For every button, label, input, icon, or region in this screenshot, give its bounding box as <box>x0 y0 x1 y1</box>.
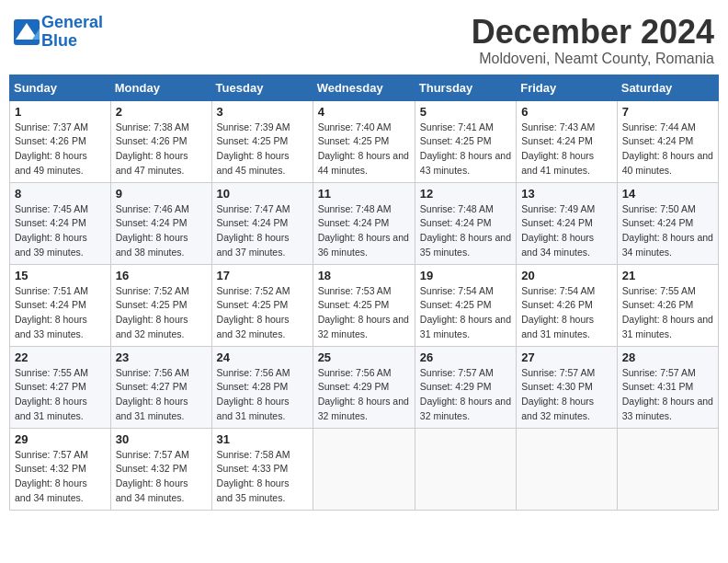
weekday-header-thursday: Thursday <box>415 75 516 100</box>
calendar-cell: 6Sunrise: 7:43 AMSunset: 4:24 PMDaylight… <box>517 100 618 182</box>
calendar-cell: 3Sunrise: 7:39 AMSunset: 4:25 PMDaylight… <box>211 100 313 182</box>
day-info: Sunrise: 7:45 AMSunset: 4:24 PMDaylight:… <box>15 202 106 260</box>
day-number: 4 <box>318 105 410 119</box>
day-number: 19 <box>420 269 511 282</box>
calendar-cell: 31Sunrise: 7:58 AMSunset: 4:33 PMDayligh… <box>211 428 313 510</box>
calendar-cell: 28Sunrise: 7:57 AMSunset: 4:31 PMDayligh… <box>617 346 718 428</box>
day-number: 14 <box>622 187 713 201</box>
calendar-cell: 30Sunrise: 7:57 AMSunset: 4:32 PMDayligh… <box>110 428 211 510</box>
day-info: Sunrise: 7:46 AMSunset: 4:24 PMDaylight:… <box>116 202 207 260</box>
month-year-title: December 2024 <box>472 14 714 51</box>
calendar-cell <box>517 428 618 510</box>
weekday-header-tuesday: Tuesday <box>211 75 313 100</box>
day-number: 18 <box>318 269 410 282</box>
day-number: 21 <box>622 269 713 282</box>
day-number: 3 <box>217 105 308 119</box>
day-number: 9 <box>116 187 207 201</box>
day-info: Sunrise: 7:52 AMSunset: 4:25 PMDaylight:… <box>116 284 207 342</box>
calendar-week-row: 15Sunrise: 7:51 AMSunset: 4:24 PMDayligh… <box>10 264 719 346</box>
day-info: Sunrise: 7:47 AMSunset: 4:24 PMDaylight:… <box>217 202 308 260</box>
day-info: Sunrise: 7:56 AMSunset: 4:27 PMDaylight:… <box>116 366 207 424</box>
calendar-cell: 11Sunrise: 7:48 AMSunset: 4:24 PMDayligh… <box>313 182 415 264</box>
calendar-cell: 26Sunrise: 7:57 AMSunset: 4:29 PMDayligh… <box>415 346 516 428</box>
calendar-week-row: 8Sunrise: 7:45 AMSunset: 4:24 PMDaylight… <box>10 182 719 264</box>
day-number: 23 <box>116 350 207 364</box>
logo-icon <box>14 19 40 45</box>
day-number: 5 <box>420 105 511 119</box>
day-number: 11 <box>318 187 410 201</box>
calendar-cell <box>313 428 415 510</box>
calendar-cell: 20Sunrise: 7:54 AMSunset: 4:26 PMDayligh… <box>517 264 618 346</box>
day-info: Sunrise: 7:57 AMSunset: 4:32 PMDaylight:… <box>15 448 106 506</box>
calendar-cell: 8Sunrise: 7:45 AMSunset: 4:24 PMDaylight… <box>10 182 111 264</box>
logo-text: General Blue <box>41 14 103 51</box>
day-info: Sunrise: 7:38 AMSunset: 4:26 PMDaylight:… <box>116 121 207 178</box>
calendar-cell: 25Sunrise: 7:56 AMSunset: 4:29 PMDayligh… <box>313 346 415 428</box>
logo: General Blue <box>14 14 103 51</box>
day-number: 27 <box>521 350 612 364</box>
calendar-cell: 21Sunrise: 7:55 AMSunset: 4:26 PMDayligh… <box>617 264 718 346</box>
calendar-week-row: 1Sunrise: 7:37 AMSunset: 4:26 PMDaylight… <box>10 100 719 182</box>
day-info: Sunrise: 7:55 AMSunset: 4:26 PMDaylight:… <box>622 284 713 342</box>
day-number: 29 <box>15 432 106 446</box>
day-info: Sunrise: 7:48 AMSunset: 4:24 PMDaylight:… <box>318 202 410 260</box>
day-info: Sunrise: 7:54 AMSunset: 4:25 PMDaylight:… <box>420 284 511 342</box>
day-number: 26 <box>420 350 511 364</box>
calendar-cell: 5Sunrise: 7:41 AMSunset: 4:25 PMDaylight… <box>415 100 516 182</box>
day-number: 20 <box>521 269 612 282</box>
day-info: Sunrise: 7:57 AMSunset: 4:31 PMDaylight:… <box>622 366 713 424</box>
day-info: Sunrise: 7:39 AMSunset: 4:25 PMDaylight:… <box>217 121 308 178</box>
day-number: 2 <box>116 105 207 119</box>
day-number: 12 <box>420 187 511 201</box>
day-info: Sunrise: 7:58 AMSunset: 4:33 PMDaylight:… <box>217 448 308 506</box>
calendar-cell: 4Sunrise: 7:40 AMSunset: 4:25 PMDaylight… <box>313 100 415 182</box>
day-info: Sunrise: 7:52 AMSunset: 4:25 PMDaylight:… <box>217 284 308 342</box>
calendar-cell: 27Sunrise: 7:57 AMSunset: 4:30 PMDayligh… <box>517 346 618 428</box>
calendar-header: SundayMondayTuesdayWednesdayThursdayFrid… <box>10 75 719 100</box>
day-info: Sunrise: 7:40 AMSunset: 4:25 PMDaylight:… <box>318 121 410 178</box>
day-number: 22 <box>15 350 106 364</box>
calendar-week-row: 22Sunrise: 7:55 AMSunset: 4:27 PMDayligh… <box>10 346 719 428</box>
weekday-header-saturday: Saturday <box>617 75 718 100</box>
day-number: 28 <box>622 350 713 364</box>
weekday-header-sunday: Sunday <box>10 75 111 100</box>
location-subtitle: Moldoveni, Neamt County, Romania <box>472 51 714 67</box>
day-info: Sunrise: 7:41 AMSunset: 4:25 PMDaylight:… <box>420 121 511 178</box>
day-number: 6 <box>521 105 612 119</box>
day-info: Sunrise: 7:53 AMSunset: 4:25 PMDaylight:… <box>318 284 410 342</box>
day-info: Sunrise: 7:44 AMSunset: 4:24 PMDaylight:… <box>622 121 713 178</box>
day-number: 15 <box>15 269 106 282</box>
day-number: 17 <box>217 269 308 282</box>
day-info: Sunrise: 7:57 AMSunset: 4:29 PMDaylight:… <box>420 366 511 424</box>
calendar-cell: 1Sunrise: 7:37 AMSunset: 4:26 PMDaylight… <box>10 100 111 182</box>
calendar-cell: 16Sunrise: 7:52 AMSunset: 4:25 PMDayligh… <box>110 264 211 346</box>
day-info: Sunrise: 7:57 AMSunset: 4:30 PMDaylight:… <box>521 366 612 424</box>
day-info: Sunrise: 7:56 AMSunset: 4:29 PMDaylight:… <box>318 366 410 424</box>
day-number: 31 <box>217 432 308 446</box>
calendar-cell: 13Sunrise: 7:49 AMSunset: 4:24 PMDayligh… <box>517 182 618 264</box>
day-number: 7 <box>622 105 713 119</box>
calendar-cell: 22Sunrise: 7:55 AMSunset: 4:27 PMDayligh… <box>10 346 111 428</box>
calendar-cell <box>415 428 516 510</box>
weekday-header-friday: Friday <box>517 75 618 100</box>
day-info: Sunrise: 7:55 AMSunset: 4:27 PMDaylight:… <box>15 366 106 424</box>
calendar-cell: 15Sunrise: 7:51 AMSunset: 4:24 PMDayligh… <box>10 264 111 346</box>
calendar-cell: 19Sunrise: 7:54 AMSunset: 4:25 PMDayligh… <box>415 264 516 346</box>
day-number: 8 <box>15 187 106 201</box>
calendar-cell: 18Sunrise: 7:53 AMSunset: 4:25 PMDayligh… <box>313 264 415 346</box>
day-info: Sunrise: 7:51 AMSunset: 4:24 PMDaylight:… <box>15 284 106 342</box>
weekday-header-row: SundayMondayTuesdayWednesdayThursdayFrid… <box>10 75 719 100</box>
day-info: Sunrise: 7:37 AMSunset: 4:26 PMDaylight:… <box>15 121 106 178</box>
day-number: 10 <box>217 187 308 201</box>
day-number: 16 <box>116 269 207 282</box>
calendar-table: SundayMondayTuesdayWednesdayThursdayFrid… <box>9 75 719 511</box>
calendar-cell: 17Sunrise: 7:52 AMSunset: 4:25 PMDayligh… <box>211 264 313 346</box>
day-info: Sunrise: 7:56 AMSunset: 4:28 PMDaylight:… <box>217 366 308 424</box>
weekday-header-monday: Monday <box>110 75 211 100</box>
day-info: Sunrise: 7:57 AMSunset: 4:32 PMDaylight:… <box>116 448 207 506</box>
calendar-cell: 24Sunrise: 7:56 AMSunset: 4:28 PMDayligh… <box>211 346 313 428</box>
title-block: December 2024 Moldoveni, Neamt County, R… <box>472 14 714 67</box>
calendar-cell <box>617 428 718 510</box>
weekday-header-wednesday: Wednesday <box>313 75 415 100</box>
day-number: 24 <box>217 350 308 364</box>
